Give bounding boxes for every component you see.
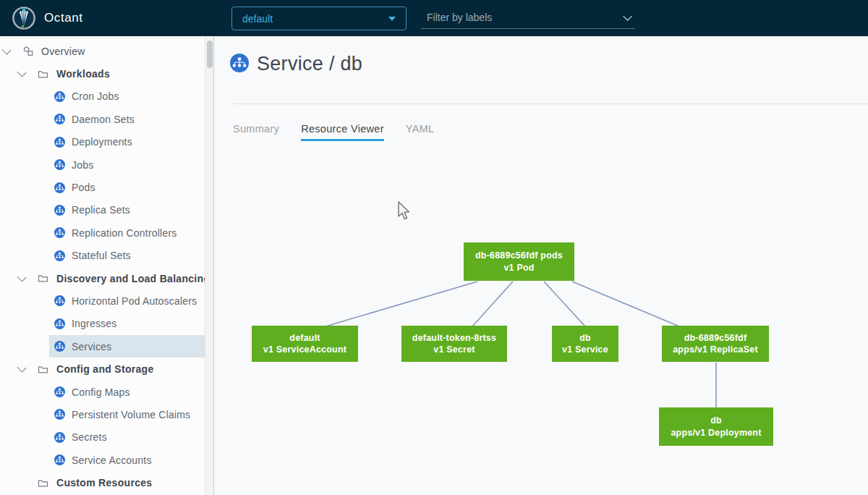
- secrets-icon: [54, 432, 65, 443]
- node-name: default-token-8rtss: [412, 332, 496, 344]
- sidebar-item-discovery-and-load-balancing[interactable]: Discovery and Load Balancing: [0, 267, 213, 289]
- sidebar-item-label: Horizontal Pod Autoscalers: [72, 295, 197, 307]
- chevron-down-icon: [623, 12, 632, 21]
- cron-jobs-icon: [54, 91, 65, 102]
- sidebar-item-label: Workloads: [56, 68, 110, 80]
- octant-logo-icon: [12, 6, 36, 30]
- sidebar-item-label: Overview: [41, 46, 85, 57]
- sidebar-item-label: Cron Jobs: [72, 90, 119, 102]
- sidebar-item-jobs[interactable]: Jobs: [49, 153, 205, 176]
- sidebar-item-label: Replication Controllers: [72, 227, 176, 239]
- node-name: db-6889c56fdf pods: [475, 250, 563, 262]
- sidebar-item-replication-controllers[interactable]: Replication Controllers: [49, 221, 205, 244]
- graph-node-pod[interactable]: db-6889c56fdf podsv1 Pod: [464, 242, 574, 281]
- node-name: db: [710, 415, 722, 427]
- sidebar-item-persistent-volume-claims[interactable]: Persistent Volume Claims: [49, 403, 205, 426]
- sidebar-item-custom-resources[interactable]: Custom Resources: [0, 471, 213, 494]
- daemon-sets-icon: [54, 114, 65, 124]
- services-icon: [54, 341, 65, 352]
- service-accounts-icon: [54, 454, 65, 465]
- octant-app-window: Octant default Filter by labels Overview…: [0, 0, 868, 495]
- replication-controllers-icon: [54, 227, 65, 238]
- jobs-icon: [54, 159, 65, 170]
- graph-node-serviceaccount[interactable]: defaultv1 ServiceAccount: [252, 326, 358, 362]
- node-kind: v1 Secret: [433, 344, 475, 356]
- sidebar-item-horizontal-pod-autoscalers[interactable]: Horizontal Pod Autoscalers: [49, 289, 205, 312]
- sidebar-item-ingresses[interactable]: Ingresses: [49, 313, 205, 335]
- stateful-sets-icon: [54, 250, 65, 261]
- sidebar-item-label: Discovery and Load Balancing: [56, 273, 210, 284]
- sidebar-item-label: Service Accounts: [72, 454, 152, 466]
- sidebar-item-replica-sets[interactable]: Replica Sets: [49, 199, 205, 221]
- label-filter-input[interactable]: Filter by labels: [421, 7, 635, 29]
- label-filter-placeholder: Filter by labels: [427, 12, 623, 23]
- objects-icon: [22, 46, 34, 57]
- sidebar-item-label: Deployments: [72, 136, 132, 148]
- sidebar-item-label: Replica Sets: [72, 204, 130, 216]
- namespace-dropdown-value: default: [242, 13, 388, 25]
- node-kind: v1 ServiceAccount: [263, 344, 346, 356]
- node-name: db: [579, 332, 591, 344]
- sidebar-item-label: Jobs: [72, 159, 93, 171]
- sidebar-item-overview[interactable]: Overview: [0, 40, 213, 62]
- sidebar-item-label: Custom Resources: [56, 477, 152, 488]
- folder-icon: [38, 365, 48, 374]
- sidebar-item-label: Pods: [72, 182, 95, 193]
- sidebar-navigation: OverviewWorkloadsCron JobsDaemon SetsDep…: [0, 36, 214, 495]
- sidebar-item-service-accounts[interactable]: Service Accounts: [49, 449, 205, 471]
- folder-icon: [38, 478, 48, 488]
- config-maps-icon: [54, 386, 65, 397]
- sidebar-item-label: Persistent Volume Claims: [72, 409, 190, 420]
- sidebar-item-label: Stateful Sets: [72, 250, 131, 261]
- chevron-down-icon[interactable]: [17, 68, 26, 77]
- graph-node-secret[interactable]: default-token-8rtssv1 Secret: [401, 326, 507, 362]
- sidebar-item-label: Ingresses: [72, 318, 117, 329]
- sidebar-item-label: Config Maps: [72, 386, 130, 398]
- chevron-down-icon[interactable]: [17, 272, 26, 282]
- sidebar-item-pods[interactable]: Pods: [49, 176, 205, 198]
- replica-sets-icon: [54, 205, 65, 216]
- ingresses-icon: [54, 318, 65, 329]
- sidebar-item-config-and-storage[interactable]: Config and Storage: [0, 358, 213, 380]
- pods-icon: [54, 182, 65, 193]
- sidebar-item-label: Services: [72, 341, 111, 352]
- sidebar-item-deployments[interactable]: Deployments: [49, 131, 205, 153]
- sidebar-scrollbar[interactable]: [205, 36, 213, 495]
- node-kind: v1 Service: [562, 344, 608, 356]
- node-name: default: [289, 332, 320, 344]
- sidebar-item-label: Config and Storage: [56, 363, 154, 375]
- app-title: Octant: [44, 11, 83, 25]
- namespace-dropdown[interactable]: default: [231, 7, 407, 30]
- node-kind: v1 Pod: [503, 262, 534, 274]
- sidebar-item-workloads[interactable]: Workloads: [0, 62, 213, 85]
- graph-node-replicaset[interactable]: db-6889c56fdfapps/v1 ReplicaSet: [662, 326, 769, 362]
- caret-down-icon: [388, 17, 396, 21]
- sidebar-item-label: Daemon Sets: [72, 114, 135, 125]
- node-kind: apps/v1 Deployment: [671, 427, 761, 439]
- horizontal-pod-autoscalers-icon: [54, 295, 65, 306]
- sidebar-item-daemon-sets[interactable]: Daemon Sets: [49, 108, 205, 130]
- sidebar-item-stateful-sets[interactable]: Stateful Sets: [49, 245, 205, 267]
- persistent-volume-claims-icon: [54, 409, 65, 420]
- chevron-down-icon[interactable]: [1, 45, 11, 54]
- node-kind: apps/v1 ReplicaSet: [673, 344, 758, 356]
- sidebar-item-services[interactable]: Services: [49, 335, 205, 358]
- node-name: db-6889c56fdf: [684, 332, 747, 344]
- folder-icon: [38, 274, 48, 283]
- deployments-icon: [54, 137, 65, 148]
- sidebar-item-config-maps[interactable]: Config Maps: [49, 381, 205, 403]
- sidebar-item-secrets[interactable]: Secrets: [49, 426, 205, 449]
- sidebar-item-label: Secrets: [72, 431, 107, 443]
- chevron-down-icon[interactable]: [17, 363, 26, 373]
- sidebar-item-cron-jobs[interactable]: Cron Jobs: [49, 85, 205, 108]
- top-header-bar: Octant default Filter by labels: [0, 0, 868, 36]
- graph-node-service[interactable]: dbv1 Service: [552, 326, 618, 362]
- graph-node-deployment[interactable]: dbapps/v1 Deployment: [659, 407, 773, 446]
- sidebar-nav: OverviewWorkloadsCron JobsDaemon SetsDep…: [0, 36, 213, 494]
- scrollbar-thumb[interactable]: [207, 41, 213, 68]
- folder-icon: [38, 69, 48, 79]
